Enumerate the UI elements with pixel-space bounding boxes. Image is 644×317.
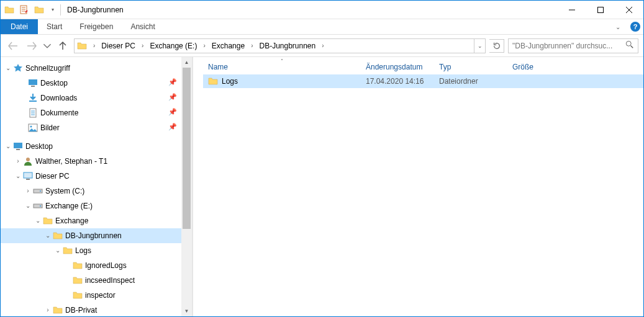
collapse-icon[interactable]: ⌄ bbox=[43, 232, 53, 239]
tree-node-drive-e[interactable]: ⌄ Exchange (E:) bbox=[1, 199, 192, 213]
address-bar[interactable]: › Dieser PC › Exchange (E:) › Exchange ›… bbox=[74, 38, 486, 53]
collapse-icon[interactable]: ⌄ bbox=[33, 217, 43, 224]
svg-rect-5 bbox=[29, 100, 37, 102]
tree-node-qa-pictures[interactable]: › Bilder 📌 bbox=[1, 120, 192, 135]
tree-label: Downloads bbox=[40, 94, 77, 102]
collapse-icon[interactable]: ⌄ bbox=[53, 247, 63, 254]
qat-dropdown-icon[interactable]: ▾ bbox=[49, 7, 57, 12]
close-button[interactable] bbox=[615, 1, 643, 19]
tree-node-incseedinspect[interactable]: › incseedInspect bbox=[1, 273, 192, 288]
folder-icon bbox=[53, 231, 63, 241]
scroll-track[interactable] bbox=[181, 68, 192, 306]
svg-point-8 bbox=[30, 126, 32, 128]
tree-label: Bilder bbox=[40, 123, 60, 132]
list-item[interactable]: Logs 17.04.2020 14:16 Dateiordner bbox=[203, 74, 643, 88]
column-header-name[interactable]: Name ˄ bbox=[203, 60, 361, 74]
breadcrumb-segment[interactable]: DB-Jungbrunnen bbox=[256, 39, 318, 53]
tab-start[interactable]: Start bbox=[38, 19, 71, 34]
tree-scrollbar[interactable]: ▲ ▼ bbox=[181, 57, 192, 316]
tree-label: Schnellzugriff bbox=[25, 64, 70, 73]
expand-icon[interactable]: › bbox=[43, 306, 53, 313]
tree-label: Dieser PC bbox=[35, 172, 70, 181]
drive-icon bbox=[33, 201, 43, 211]
sort-asc-icon: ˄ bbox=[281, 58, 283, 64]
ribbon-expand-button[interactable]: ⌄ bbox=[609, 19, 627, 34]
user-icon bbox=[23, 156, 33, 166]
tree-node-ignoredlogs[interactable]: › IgnoredLogs bbox=[1, 258, 192, 273]
tree-node-quickaccess[interactable]: ⌄ Schnellzugriff bbox=[1, 61, 192, 76]
tree-node-qa-desktop[interactable]: › Desktop 📌 bbox=[1, 76, 192, 91]
maximize-button[interactable] bbox=[586, 1, 615, 19]
scroll-down-icon[interactable]: ▼ bbox=[181, 306, 192, 316]
tree-node-user[interactable]: › Walther, Stephan - T1 bbox=[1, 154, 192, 169]
pin-icon: 📌 bbox=[168, 93, 177, 101]
tab-view[interactable]: Ansicht bbox=[122, 19, 163, 34]
expand-icon[interactable]: › bbox=[23, 187, 33, 194]
tree-label: IgnoredLogs bbox=[85, 261, 127, 270]
window-titlebar: ▾ DB-Jungbrunnen bbox=[1, 1, 643, 19]
folder-icon[interactable] bbox=[34, 5, 44, 15]
tree-label: Logs bbox=[75, 246, 91, 255]
folder-icon bbox=[73, 275, 83, 285]
folder-icon bbox=[208, 76, 218, 86]
tree-node-exchange[interactable]: ⌄ Exchange bbox=[1, 213, 192, 228]
breadcrumb-segment[interactable]: Exchange (E:) bbox=[147, 39, 199, 53]
tree-node-logs[interactable]: ⌄ Logs bbox=[1, 243, 192, 258]
chevron-right-icon[interactable]: › bbox=[248, 42, 255, 49]
svg-point-2 bbox=[626, 41, 631, 46]
scroll-up-icon[interactable]: ▲ bbox=[181, 57, 192, 68]
column-header-modified[interactable]: Änderungsdatum bbox=[361, 60, 434, 74]
properties-icon[interactable] bbox=[19, 5, 29, 15]
breadcrumb-segment[interactable]: Dieser PC bbox=[99, 39, 138, 53]
item-modified: 17.04.2020 14:16 bbox=[361, 77, 434, 86]
chevron-right-icon[interactable]: › bbox=[201, 42, 207, 49]
scroll-thumb[interactable] bbox=[183, 68, 191, 229]
star-icon bbox=[13, 63, 23, 73]
tab-share[interactable]: Freigeben bbox=[71, 19, 122, 34]
tree-node-drive-c[interactable]: › System (C:) bbox=[1, 184, 192, 199]
breadcrumb-segment[interactable]: Exchange bbox=[209, 39, 247, 53]
column-header-size[interactable]: Größe bbox=[507, 60, 551, 74]
tab-file[interactable]: Datei bbox=[1, 19, 38, 34]
expand-icon[interactable]: › bbox=[13, 158, 23, 164]
folder-icon bbox=[4, 5, 14, 15]
address-dropdown[interactable]: ⌄ bbox=[474, 39, 485, 53]
tree-node-thispc[interactable]: ⌄ Dieser PC bbox=[1, 169, 192, 184]
main-area: ⌄ Schnellzugriff › Desktop 📌 › Downloads… bbox=[1, 57, 643, 316]
collapse-icon[interactable]: ⌄ bbox=[3, 65, 13, 71]
refresh-button[interactable] bbox=[489, 39, 504, 53]
tree-node-qa-downloads[interactable]: › Downloads 📌 bbox=[1, 91, 192, 105]
up-button[interactable] bbox=[55, 38, 70, 53]
collapse-icon[interactable]: ⌄ bbox=[13, 172, 23, 179]
search-placeholder: "DB-Jungbrunnen" durchsuc... bbox=[512, 42, 612, 50]
tree-node-dbjungbrunnen[interactable]: ⌄ DB-Jungbrunnen bbox=[1, 228, 192, 243]
tree-label: Dokumente bbox=[40, 109, 78, 117]
tree-node-qa-documents[interactable]: › Dokumente 📌 bbox=[1, 105, 192, 120]
tree-node-dbprivat[interactable]: › DB-Privat bbox=[1, 303, 192, 316]
chevron-right-icon[interactable]: › bbox=[139, 42, 146, 49]
chevron-right-icon[interactable]: › bbox=[91, 42, 98, 49]
chevron-right-icon[interactable]: › bbox=[319, 42, 326, 49]
back-button[interactable] bbox=[6, 38, 20, 53]
help-button[interactable]: ? bbox=[627, 19, 643, 34]
svg-rect-3 bbox=[29, 79, 37, 85]
collapse-icon[interactable]: ⌄ bbox=[23, 202, 33, 209]
tree-node-inspector[interactable]: › inspector bbox=[1, 288, 192, 303]
file-list: Name ˄ Änderungsdatum Typ Größe Logs 17.… bbox=[193, 57, 643, 316]
minimize-button[interactable] bbox=[558, 1, 586, 19]
collapse-icon[interactable]: ⌄ bbox=[3, 143, 13, 150]
ribbon-tabs: Datei Start Freigeben Ansicht ⌄ ? bbox=[1, 19, 643, 35]
tree-node-desktop[interactable]: ⌄ Desktop bbox=[1, 139, 192, 154]
folder-icon bbox=[53, 305, 63, 315]
forward-button[interactable] bbox=[24, 38, 39, 53]
tree-label: Desktop bbox=[25, 142, 53, 151]
folder-icon bbox=[73, 290, 83, 300]
search-input[interactable]: "DB-Jungbrunnen" durchsuc... bbox=[508, 38, 638, 53]
recent-dropdown[interactable] bbox=[43, 38, 52, 53]
column-label: Typ bbox=[439, 63, 451, 71]
svg-point-17 bbox=[40, 205, 41, 207]
tree-label: inspector bbox=[85, 291, 116, 300]
column-header-type[interactable]: Typ bbox=[434, 60, 507, 74]
svg-rect-12 bbox=[24, 172, 32, 178]
item-type: Dateiordner bbox=[434, 77, 507, 86]
